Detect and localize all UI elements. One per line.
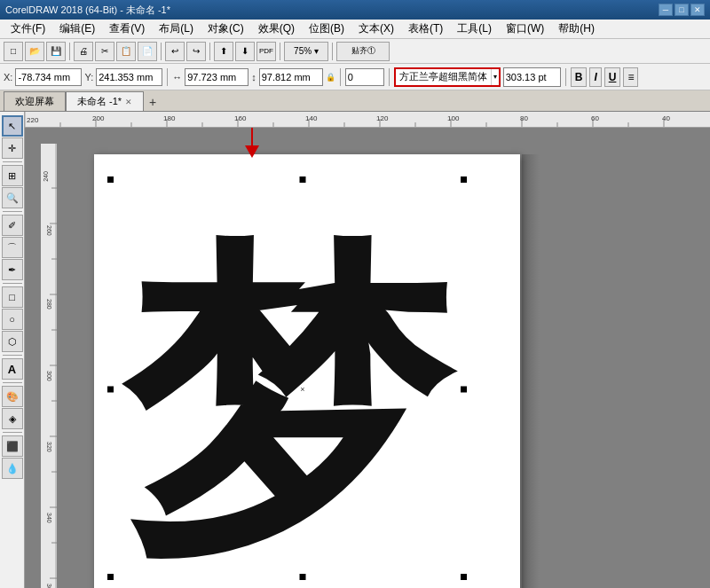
close-button[interactable]: ✕ xyxy=(690,4,705,16)
svg-text:160: 160 xyxy=(234,114,247,122)
menu-item-h[interactable]: 帮助(H) xyxy=(551,20,602,38)
menu-item-w[interactable]: 窗口(W) xyxy=(499,20,551,38)
svg-text:40: 40 xyxy=(662,114,670,122)
w-input[interactable] xyxy=(185,68,248,86)
menu-item-f[interactable]: 文件(F) xyxy=(4,20,52,38)
menu-item-v[interactable]: 查看(V) xyxy=(102,20,152,38)
svg-text:100: 100 xyxy=(447,114,460,122)
toolbar1: □ 📂 💾 🖨 ✂ 📋 📄 ↩ ↪ ⬆ ⬇ PDF 75% ▾ 贴齐① xyxy=(0,39,710,64)
document-tab[interactable]: 未命名 -1* ✕ xyxy=(66,91,144,111)
pen-tool[interactable]: ✒ xyxy=(2,259,23,280)
x-input[interactable] xyxy=(15,68,82,86)
freehand-tool[interactable]: ✐ xyxy=(2,215,23,236)
angle-input[interactable] xyxy=(345,68,384,86)
y-input[interactable] xyxy=(96,68,162,86)
menu-item-c[interactable]: 对象(C) xyxy=(201,20,251,38)
ruler-horizontal: 220 200 180 160 140 120 100 xyxy=(25,112,710,128)
svg-text:360: 360 xyxy=(46,584,52,588)
minimize-button[interactable]: ─ xyxy=(659,4,673,16)
ruler-v-svg: 240 260 280 300 320 340 xyxy=(41,144,57,588)
zoom-tool[interactable]: 🔍 xyxy=(2,187,23,208)
tool-sep4 xyxy=(3,355,22,356)
ellipse-tool[interactable]: ○ xyxy=(2,309,23,330)
new-tab-button[interactable]: + xyxy=(144,93,162,111)
svg-text:300: 300 xyxy=(46,371,52,381)
svg-text:220: 220 xyxy=(27,116,39,124)
x-label: X: xyxy=(4,72,12,82)
menu-bar: 文件(F)编辑(E)查看(V)布局(L)对象(C)效果(Q)位图(B)文本(X)… xyxy=(0,20,710,39)
tool-sep6 xyxy=(3,432,22,433)
pdf-button[interactable]: PDF xyxy=(256,42,276,61)
crop-tool[interactable]: ⊞ xyxy=(2,165,23,186)
menu-item-l[interactable]: 工具(L) xyxy=(450,20,499,38)
import-button[interactable]: ⬆ xyxy=(214,42,233,61)
sep4 xyxy=(280,43,280,60)
rectangle-tool[interactable]: □ xyxy=(2,286,23,308)
font-dropdown-arrow[interactable]: ▾ xyxy=(491,69,499,85)
lock-icon[interactable]: 🔒 xyxy=(326,73,335,82)
svg-text:80: 80 xyxy=(520,114,528,122)
title-buttons: ─ □ ✕ xyxy=(659,4,705,16)
paste-button[interactable]: 📄 xyxy=(138,42,157,61)
undo-button[interactable]: ↩ xyxy=(165,42,185,61)
text-tool[interactable]: A xyxy=(2,358,23,380)
eyedropper-tool[interactable]: 💧 xyxy=(2,458,23,479)
save-button[interactable]: 💾 xyxy=(46,42,66,61)
svg-text:60: 60 xyxy=(591,114,599,122)
menu-item-l[interactable]: 布局(L) xyxy=(152,20,201,38)
snap-button[interactable]: 贴齐① xyxy=(336,42,390,61)
tool-sep1 xyxy=(3,161,22,162)
new-button[interactable]: □ xyxy=(4,42,23,61)
svg-text:180: 180 xyxy=(163,114,176,122)
bezier-tool[interactable]: ⌒ xyxy=(2,237,23,258)
italic-button[interactable]: I xyxy=(589,67,601,87)
font-size-input[interactable] xyxy=(503,67,561,87)
ruler-vertical: 240 260 280 300 320 340 xyxy=(41,144,57,588)
underline-button[interactable]: U xyxy=(604,67,621,87)
character-svg: 梦 xyxy=(112,181,485,588)
zoom-dropdown[interactable]: 75% ▾ xyxy=(284,42,328,61)
svg-text:梦: 梦 xyxy=(121,225,460,588)
arrow-shaft xyxy=(251,128,253,145)
svg-text:260: 260 xyxy=(46,225,52,236)
welcome-tab-label: 欢迎屏幕 xyxy=(15,95,54,108)
sep1 xyxy=(69,43,70,60)
font-selector[interactable]: 方正兰亭超细黑简体 ▾ xyxy=(394,67,501,87)
menu-item-x[interactable]: 文本(X) xyxy=(351,20,401,38)
bold-button[interactable]: B xyxy=(571,67,588,87)
menu-item-e[interactable]: 编辑(E) xyxy=(52,20,102,38)
copy-button[interactable]: 📋 xyxy=(116,42,136,61)
cut-button[interactable]: ✂ xyxy=(95,42,114,61)
menu-item-b[interactable]: 位图(B) xyxy=(302,20,351,38)
svg-text:140: 140 xyxy=(305,114,318,122)
smart-fill[interactable]: ⬛ xyxy=(2,435,23,457)
print-button[interactable]: 🖨 xyxy=(74,42,93,61)
property-bar: X: Y: ↔ ↕ 🔒 方正兰亭超细黑简体 ▾ B I U ≡ xyxy=(0,64,710,90)
ruler-h-svg: 220 200 180 160 140 120 100 xyxy=(25,112,710,128)
polygon-tool[interactable]: ⬡ xyxy=(2,331,23,352)
h-input[interactable] xyxy=(259,68,323,86)
export-button[interactable]: ⬇ xyxy=(235,42,255,61)
title-text: CorelDRAW 2018 (64-Bit) - 未命名 -1* xyxy=(5,4,659,17)
svg-text:280: 280 xyxy=(46,299,52,310)
toolbox: ↖ ✛ ⊞ 🔍 ✐ ⌒ ✒ □ ○ ⬡ A 🎨 ◈ ⬛ 💧 xyxy=(0,112,25,588)
welcome-tab[interactable]: 欢迎屏幕 xyxy=(4,91,66,111)
select-tool[interactable]: ↖ xyxy=(2,115,23,137)
redo-button[interactable]: ↪ xyxy=(186,42,206,61)
maximize-button[interactable]: □ xyxy=(674,4,689,16)
sep5 xyxy=(332,43,333,60)
node-tool[interactable]: ✛ xyxy=(2,137,23,159)
menu-item-t[interactable]: 表格(T) xyxy=(401,20,450,38)
h-label: ↕ xyxy=(251,72,256,82)
font-name: 方正兰亭超细黑简体 xyxy=(396,70,491,83)
menu-item-q[interactable]: 效果(Q) xyxy=(251,20,302,38)
interactive-fill[interactable]: ◈ xyxy=(2,408,23,429)
tab-bar: 欢迎屏幕 未命名 -1* ✕ + xyxy=(0,90,710,112)
canvas-area[interactable]: 220 200 180 160 140 120 100 xyxy=(25,112,710,588)
svg-text:320: 320 xyxy=(46,442,52,452)
canvas-container[interactable]: 240 260 280 300 320 340 xyxy=(41,128,710,588)
tab-close-icon[interactable]: ✕ xyxy=(125,98,132,106)
fill-tool[interactable]: 🎨 xyxy=(2,386,23,407)
open-button[interactable]: 📂 xyxy=(25,42,44,61)
align-button[interactable]: ≡ xyxy=(623,67,638,87)
